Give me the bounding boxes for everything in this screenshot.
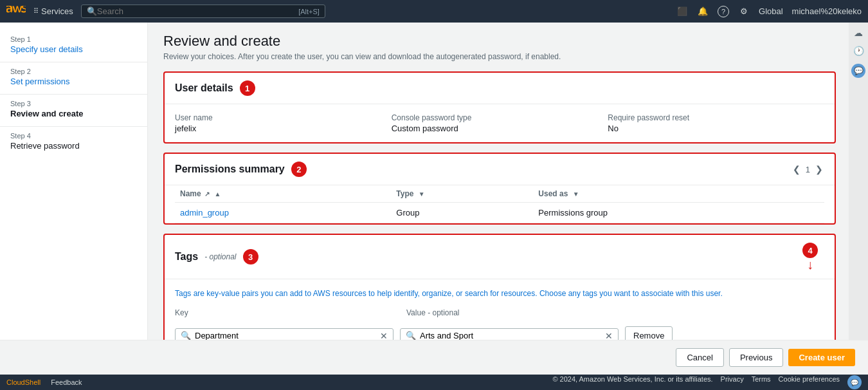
col-type: Type ▼	[391, 185, 533, 203]
aws-logo	[6, 6, 26, 17]
step4-arrow-icon: ↓	[807, 258, 813, 271]
page-number: 1	[806, 165, 810, 174]
tags-header: Tags - optional 3 4 ↓	[165, 235, 835, 279]
tags-section: Tags - optional 3 4 ↓ Tags are key-value…	[163, 234, 836, 340]
step3-label: Step 3	[10, 100, 137, 107]
value-input[interactable]	[420, 331, 601, 340]
right-panel-chat-icon[interactable]: 💬	[851, 64, 865, 78]
step4-arrow-container: 4 ↓	[802, 243, 818, 271]
user-name-value: jefelix	[175, 124, 392, 133]
step1-label: Step 1	[10, 35, 137, 43]
terms-link[interactable]: Terms	[752, 375, 771, 389]
console-type-col: Console password type Custom password	[392, 113, 608, 133]
sidebar-step1-link[interactable]: Specify user details	[10, 44, 83, 54]
require-reset-label: Require password reset	[608, 113, 824, 122]
permissions-section: Permissions summary 2 ❮ 1 ❯ Name ↗	[163, 153, 836, 225]
permissions-table: Name ↗ ▲ Type ▼ Used as ▼	[175, 185, 824, 223]
step4-label: Step 4	[10, 132, 137, 140]
help-icon[interactable]: ?	[718, 6, 729, 17]
user-name-col: User name jefelix	[175, 113, 392, 133]
sidebar-step-4: Step 4 Retrieve password	[0, 129, 147, 156]
sidebar-step-1: Step 1 Specify user details	[0, 33, 147, 59]
user-details-title: User details	[175, 82, 233, 94]
tag-labels-row: Key Value - optional	[175, 308, 824, 320]
bell-icon[interactable]: 🔔	[697, 6, 709, 17]
remove-tag-button[interactable]: Remove	[625, 326, 673, 340]
step2-label: Step 2	[10, 68, 137, 75]
sidebar: Step 1 Specify user details Step 2 Set p…	[0, 23, 148, 340]
next-page-button[interactable]: ❯	[814, 164, 824, 174]
search-icon: 🔍	[87, 6, 97, 16]
nav-right-icons: ⬛ 🔔 ? ⚙ Global michael%20keleko	[676, 6, 862, 17]
step-badge-2: 2	[291, 162, 307, 177]
key-label: Key	[175, 308, 393, 317]
bottom-chat-icon[interactable]: 💬	[847, 375, 862, 389]
prev-page-button[interactable]: ❮	[791, 164, 802, 174]
row-name: admin_group	[175, 203, 391, 223]
table-row: admin_group Group Permissions group	[175, 203, 824, 223]
require-reset-col: Require password reset No	[608, 113, 824, 133]
user-details-section: User details 1 User name jefelix Console…	[163, 71, 836, 144]
col-name: Name ↗ ▲	[175, 185, 391, 203]
user-details-body: User name jefelix Console password type …	[165, 104, 835, 142]
global-search-bar[interactable]: 🔍 [Alt+S]	[81, 5, 325, 18]
bottom-bar-left: CloudShell Feedback	[6, 378, 82, 386]
privacy-link[interactable]: Privacy	[721, 375, 744, 389]
tags-description: Tags are key-value pairs you can add to …	[175, 288, 824, 299]
step-badge-3: 3	[243, 249, 258, 265]
sidebar-step3-active: Review and create	[10, 109, 137, 118]
value-label: Value - optional	[406, 308, 625, 317]
sidebar-step4-link: Retrieve password	[10, 141, 137, 151]
console-type-label: Console password type	[392, 113, 608, 122]
tags-title: Tags	[175, 251, 198, 263]
previous-button[interactable]: Previous	[729, 348, 784, 367]
user-menu[interactable]: michael%20keleko	[792, 6, 862, 16]
sidebar-step2-link[interactable]: Set permissions	[10, 77, 69, 86]
services-menu[interactable]: ⠿ Services	[33, 6, 73, 16]
tag-input-row: 🔍 ✕ 🔍 ✕ Remove	[175, 326, 824, 340]
permissions-pagination: ❮ 1 ❯	[791, 164, 824, 174]
bottom-bar: CloudShell Feedback © 2024, Amazon Web S…	[0, 375, 868, 390]
key-clear-button[interactable]: ✕	[380, 331, 388, 340]
group-link[interactable]: admin_group	[180, 208, 229, 218]
main-content: Review and create Review your choices. A…	[148, 23, 849, 340]
terminal-icon[interactable]: ⬛	[676, 6, 688, 17]
step-badge-1: 1	[240, 80, 255, 96]
search-input[interactable]	[97, 6, 298, 16]
tags-body: Tags are key-value pairs you can add to …	[165, 279, 835, 340]
key-input-wrap: 🔍 ✕	[175, 328, 393, 340]
sidebar-step-3: Step 3 Review and create	[0, 97, 147, 124]
permissions-header: Permissions summary 2 ❮ 1 ❯	[165, 154, 835, 185]
key-search-icon: 🔍	[181, 331, 191, 340]
right-panel-icon-2[interactable]: 🕐	[853, 46, 864, 56]
console-type-value: Custom password	[392, 124, 608, 133]
footer-actions: Cancel Previous Create user	[0, 340, 868, 375]
value-clear-button[interactable]: ✕	[605, 331, 613, 340]
cancel-button[interactable]: Cancel	[676, 348, 723, 367]
row-type: Group	[391, 203, 533, 223]
region-selector[interactable]: Global	[759, 6, 783, 16]
user-details-header: User details 1	[165, 73, 835, 104]
cookie-link[interactable]: Cookie preferences	[779, 375, 840, 389]
page-title: Review and create	[163, 33, 836, 50]
copyright-text: © 2024, Amazon Web Services, Inc. or its…	[552, 375, 712, 389]
sidebar-step-2: Step 2 Set permissions	[0, 65, 147, 91]
right-panel: ☁ 🕐 💬	[849, 23, 868, 340]
require-reset-value: No	[608, 124, 824, 133]
search-shortcut: [Alt+S]	[298, 8, 320, 15]
right-panel-icon-1[interactable]: ☁	[854, 28, 863, 38]
top-navigation: ⠿ Services 🔍 [Alt+S] ⬛ 🔔 ? ⚙ Global mich…	[0, 0, 868, 23]
step-badge-4: 4	[802, 243, 818, 258]
permissions-body: Name ↗ ▲ Type ▼ Used as ▼	[165, 185, 835, 223]
tags-optional-label: - optional	[204, 252, 236, 261]
user-name-label: User name	[175, 113, 392, 122]
bottom-bar-right: © 2024, Amazon Web Services, Inc. or its…	[552, 375, 862, 389]
col-used-as: Used as ▼	[533, 185, 824, 203]
row-used-as: Permissions group	[533, 203, 824, 223]
create-user-button[interactable]: Create user	[788, 349, 855, 366]
settings-icon[interactable]: ⚙	[738, 6, 750, 17]
value-input-wrap: 🔍 ✕	[400, 328, 619, 340]
key-input[interactable]	[195, 331, 376, 340]
feedback-link[interactable]: Feedback	[51, 378, 82, 386]
cloudshell-link[interactable]: CloudShell	[6, 378, 41, 386]
